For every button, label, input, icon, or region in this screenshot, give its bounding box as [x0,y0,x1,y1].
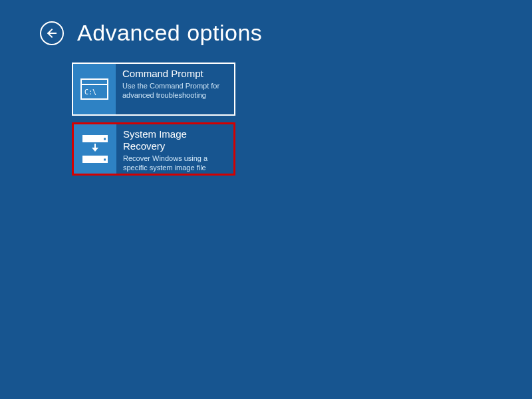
page-title: Advanced options [77,20,262,46]
command-prompt-icon [73,64,116,114]
back-arrow-icon [47,29,57,38]
header: Advanced options [0,0,532,46]
tile-command-prompt[interactable]: Command Prompt Use the Command Prompt fo… [72,63,235,116]
back-button[interactable] [40,21,64,45]
tile-title: Command Prompt [122,68,227,80]
tile-content: System Image Recovery Recover Windows us… [116,124,233,174]
tiles-container: Command Prompt Use the Command Prompt fo… [0,46,532,176]
tile-content: Command Prompt Use the Command Prompt fo… [116,64,234,114]
tile-title: System Image Recovery [123,128,227,152]
tile-description: Recover Windows using a specific system … [123,154,227,173]
system-image-recovery-icon [74,124,116,174]
tile-description: Use the Command Prompt for advanced trou… [122,81,227,100]
tile-system-image-recovery[interactable]: System Image Recovery Recover Windows us… [72,122,235,176]
